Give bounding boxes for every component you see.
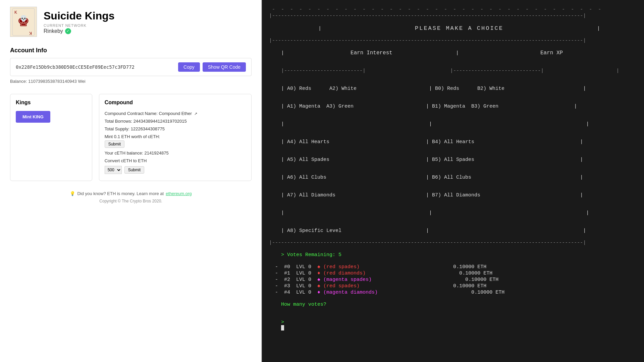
network-label: CURRENT NETWORK — [44, 23, 115, 27]
term-spacer-1: | | | — [269, 116, 637, 133]
terminal-sub-sep: |--------------------------| |----------… — [269, 62, 637, 79]
balance-text: Balance: 110739835387831​40943 Wei — [10, 79, 252, 84]
compound-section: Compound Compound Contract Name: Compoun… — [99, 94, 252, 181]
account-info-section: Account Info 0x228Fe15Db9cb380D50EcCE5Ee… — [10, 47, 252, 84]
svg-text:💀: 💀 — [20, 15, 28, 22]
network-name: Rinkeby — [44, 28, 63, 34]
account-section-title: Account Info — [10, 47, 252, 54]
convert-form: 500 Submit — [105, 166, 246, 174]
term-opt-row-1: | A0) Reds A2) White | B0) Reds B2) Whit… — [269, 80, 637, 97]
lightbulb-icon: 💡 — [70, 191, 75, 196]
terminal-entry: - #2 LVL 0 ♠ (magenta spades) 0.10000 ET… — [269, 277, 637, 283]
terminal-entry: - #3 LVL 0 ♠ (red spades) 0.10000 ETH — [269, 283, 637, 289]
terminal-top-dash: - - - - - - - - - - - - - - - - - - - - … — [269, 7, 637, 12]
convert-amount-select[interactable]: 500 — [105, 166, 122, 174]
terminal-earn-row: | Earn Interest | Earn XP | — [269, 44, 637, 62]
terminal-separator-1: |---------------------------------------… — [269, 13, 637, 19]
terminal-separator-3: |---------------------------------------… — [269, 240, 637, 246]
terminal-entry: - #1 LVL 0 ♦ (red diamonds) 0.10000 ETH — [269, 270, 637, 276]
terminal-entry: - #0 LVL 0 ♠ (red spades) 0.10000 ETH — [269, 264, 637, 270]
compound-total-borrows: Total Borrows: 244343894412431​9702015 — [105, 119, 246, 124]
copyright-text: Copyright © The Crypto Bros 2020. — [10, 199, 252, 203]
mint-king-button[interactable]: Mint KING — [16, 111, 50, 123]
terminal-entry: - #4 LVL 0 ♦ (magenta diamonds) 0.10000 … — [269, 290, 637, 295]
header: ♚ K K 💀 Suicide Kings CURRENT NETWORK Ri… — [10, 7, 252, 37]
terminal-votes: > Votes Remaining: 5 — [269, 246, 637, 263]
terminal-question: How many votes? — [269, 296, 637, 313]
network-value: Rinkeby ✓ — [44, 28, 115, 34]
compound-total-supply: Total Supply: 12226344308775 — [105, 126, 246, 131]
term-opt-row-3: | A4) All Hearts | B4) All Hearts | — [269, 133, 637, 150]
compound-mint-label: Mint 0.1 ETH worth of cETH: Submit — [105, 134, 246, 148]
term-opt-row-6: | A7) All Diamonds | B7) All Diamonds | — [269, 187, 637, 204]
address-buttons: Copy Show QR Code — [178, 62, 246, 72]
compound-title: Compound — [105, 100, 246, 106]
app-title: Suicide Kings — [44, 10, 115, 22]
copy-button[interactable]: Copy — [178, 62, 200, 72]
two-col-section: Kings Mint KING Compound Compound Contra… — [10, 94, 252, 181]
app-logo: ♚ K K 💀 — [10, 7, 37, 37]
terminal-prompt-line: > — [269, 314, 637, 337]
mint-form: Submit — [105, 140, 246, 148]
external-link-icon: ↗︎ — [194, 112, 197, 116]
term-opt-row-5: | A6) All Clubs | B6) All Clubs | — [269, 169, 637, 186]
wallet-address: 0x228Fe15Db9cb380D50EcCE5EeF89Eec57c3FD7… — [16, 64, 135, 70]
terminal-header: | PLEASE MAKE A CHOICE | — [269, 19, 637, 37]
term-opt-row-2: | A1) Magenta A3) Green | B1) Magenta B3… — [269, 98, 637, 115]
compound-convert-label: Convert cETH to ETH — [105, 158, 246, 163]
terminal-entries: - #0 LVL 0 ♠ (red spades) 0.10000 ETH - … — [269, 264, 637, 295]
kings-section: Kings Mint KING — [10, 94, 92, 181]
footer-note: 💡 Did you know? ETH is money. Learn more… — [10, 191, 252, 196]
compound-contract-name: Compound Contract Name: Compound Ether ↗… — [105, 111, 246, 116]
header-text: Suicide Kings CURRENT NETWORK Rinkeby ✓ — [44, 10, 115, 34]
mint-submit-button[interactable]: Submit — [105, 140, 124, 148]
show-qr-button[interactable]: Show QR Code — [203, 62, 246, 72]
term-opt-row-4: | A5) All Spades | B5) All Spades | — [269, 151, 637, 168]
terminal-cursor — [281, 325, 284, 330]
convert-submit-button[interactable]: Submit — [124, 166, 144, 174]
term-spacer-2: | | | — [269, 204, 637, 222]
compound-ceth-balance: Your cETH balance: 2141924875 — [105, 150, 246, 156]
left-panel: ♚ K K 💀 Suicide Kings CURRENT NETWORK Ri… — [0, 0, 262, 362]
term-opt-row-7: | A8) Specific Level | | — [269, 222, 637, 239]
terminal-separator-2: |---------------------------------------… — [269, 38, 637, 44]
terminal-panel: - - - - - - - - - - - - - - - - - - - - … — [262, 0, 644, 362]
svg-text:K: K — [29, 31, 32, 36]
ethereum-link[interactable]: ethereum.org — [166, 191, 192, 196]
svg-text:K: K — [14, 10, 17, 15]
address-box: 0x228Fe15Db9cb380D50EcCE5EeF89Eec57c3FD7… — [10, 58, 252, 76]
network-check-icon: ✓ — [65, 28, 71, 34]
kings-title: Kings — [16, 100, 87, 106]
